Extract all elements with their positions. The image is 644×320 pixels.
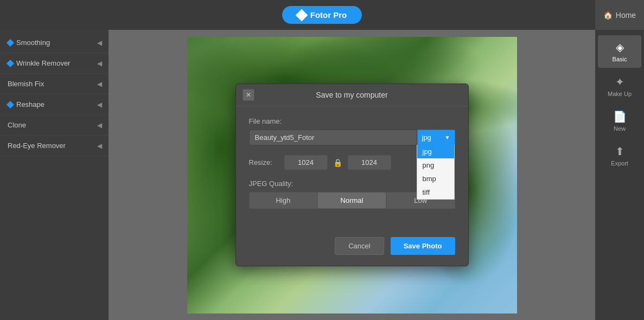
chevron-icon: ◀ (97, 142, 102, 150)
diamond-icon (295, 9, 308, 21)
dialog-body: File name: jpg ▼ jpg png bmp tiff (236, 106, 468, 231)
fotor-pro-button[interactable]: Fotor Pro (282, 6, 362, 24)
new-icon: 📄 (613, 110, 627, 123)
chevron-icon: ◀ (97, 101, 102, 108)
main-area: Smoothing ◀ Wrinkle Remover ◀ Blemish Fi… (0, 30, 644, 320)
resize-width-input[interactable] (284, 155, 328, 170)
dialog-title: Save to my computer (316, 91, 387, 99)
panel-basic-label: Basic (613, 56, 627, 62)
tool-label: Blemish Fix (8, 80, 44, 88)
tool-blemish-fix[interactable]: Blemish Fix ◀ (0, 74, 109, 94)
tools-panel: Smoothing ◀ Wrinkle Remover ◀ Blemish Fi… (0, 30, 109, 320)
chevron-icon: ◀ (97, 80, 102, 88)
cancel-button[interactable]: Cancel (335, 237, 384, 255)
chevron-icon: ◀ (97, 121, 102, 129)
dialog-footer: Cancel Save Photo (236, 231, 468, 266)
format-option-bmp[interactable]: bmp (417, 172, 454, 185)
panel-basic-button[interactable]: ◈ Basic (598, 35, 641, 68)
panel-new-label: New (614, 125, 626, 132)
makeup-icon: ✦ (615, 75, 624, 88)
panel-makeup-label: Make Up (608, 91, 632, 97)
dialog-close-button[interactable]: ✕ (243, 89, 254, 101)
panel-new-button[interactable]: 📄 New (598, 105, 641, 137)
lock-icon: 🔒 (333, 158, 342, 167)
home-button[interactable]: 🏠 Home (595, 0, 644, 30)
panel-export-label: Export (611, 160, 628, 167)
dialog-title-bar: ✕ Save to my computer (236, 84, 468, 106)
filename-label: File name: (249, 117, 455, 125)
close-icon: ✕ (246, 91, 251, 99)
panel-makeup-button[interactable]: ✦ Make Up (598, 70, 641, 103)
right-panel: ◈ Basic ✦ Make Up 📄 New ⬆ Export (595, 30, 644, 320)
tool-wrinkle-remover[interactable]: Wrinkle Remover ◀ (0, 53, 109, 74)
chevron-icon: ◀ (97, 39, 102, 47)
export-icon: ⬆ (615, 145, 624, 158)
tool-red-eye-remover[interactable]: Red-Eye Remover ◀ (0, 136, 109, 156)
resize-label: Resize: (249, 158, 279, 167)
chevron-down-icon: ▼ (445, 135, 450, 140)
canvas-area: ✕ Save to my computer File name: jpg ▼ j… (109, 30, 595, 320)
tool-label: Clone (8, 121, 26, 129)
tool-smoothing[interactable]: Smoothing ◀ (0, 33, 109, 53)
resize-height-input[interactable] (348, 155, 391, 170)
quality-normal-button[interactable]: Normal (317, 192, 386, 209)
format-option-jpg[interactable]: jpg (417, 145, 454, 158)
panel-export-button[interactable]: ⬆ Export (598, 139, 641, 172)
tool-label: Smoothing (16, 39, 50, 47)
filename-input[interactable] (249, 130, 417, 145)
format-dropdown[interactable]: jpg ▼ jpg png bmp tiff (417, 130, 455, 145)
tool-clone[interactable]: Clone ◀ (0, 115, 109, 136)
diamond-icon (7, 59, 14, 67)
fotor-pro-label: Fotor Pro (310, 10, 347, 20)
tool-label: Reshape (16, 100, 44, 108)
format-option-tiff[interactable]: tiff (417, 185, 454, 199)
tool-reshape[interactable]: Reshape ◀ (0, 94, 109, 115)
top-bar: Fotor Pro 🏠 Home (0, 0, 644, 30)
tool-label: Red-Eye Remover (8, 142, 66, 150)
format-selected-label: jpg (422, 133, 431, 142)
save-dialog: ✕ Save to my computer File name: jpg ▼ j… (235, 84, 469, 266)
tool-label: Wrinkle Remover (16, 59, 70, 67)
chevron-icon: ◀ (97, 60, 102, 67)
filename-row: jpg ▼ jpg png bmp tiff (249, 130, 455, 145)
home-icon: 🏠 (603, 11, 613, 20)
basic-icon: ◈ (616, 41, 624, 54)
quality-high-button[interactable]: High (249, 192, 318, 209)
format-option-png[interactable]: png (417, 158, 454, 172)
diamond-icon (7, 100, 14, 108)
home-label: Home (616, 11, 636, 20)
dialog-overlay: ✕ Save to my computer File name: jpg ▼ j… (109, 30, 595, 320)
format-options-list: jpg png bmp tiff (417, 145, 455, 200)
save-photo-button[interactable]: Save Photo (391, 237, 455, 255)
diamond-icon (7, 39, 14, 46)
